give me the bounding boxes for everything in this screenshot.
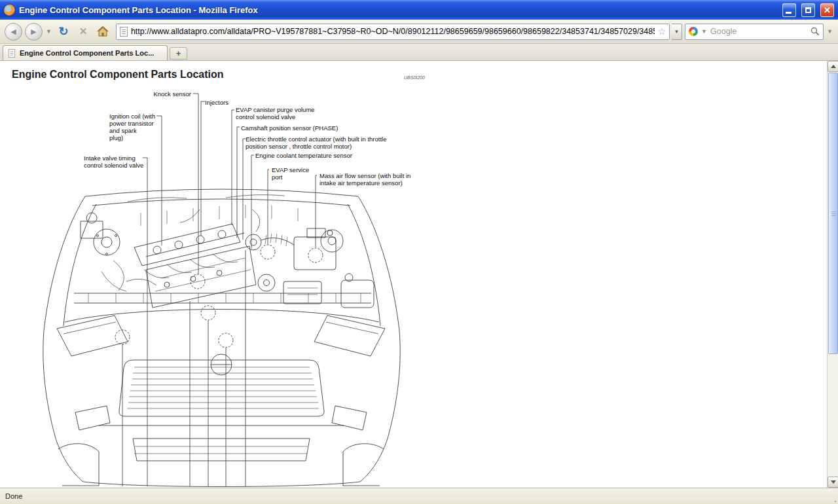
engine-diagram <box>36 85 442 488</box>
bookmark-star-icon[interactable]: ☆ <box>658 27 666 36</box>
navigation-toolbar: ◀ ▶ ▼ ↻ ✕ ☆ ▼ ▼ ▼ <box>0 20 838 44</box>
home-button[interactable] <box>94 23 111 40</box>
history-dropdown-icon[interactable]: ▼ <box>45 28 52 35</box>
browser-window: Engine Control Component Parts Location … <box>0 0 838 504</box>
vertical-scrollbar[interactable] <box>827 61 838 488</box>
close-button[interactable]: ✕ <box>820 3 834 17</box>
reload-button[interactable]: ↻ <box>55 23 72 40</box>
back-arrow-icon: ◀ <box>10 28 16 35</box>
window-title: Engine Control Component Parts Location … <box>19 5 777 15</box>
search-engine-dropdown-icon[interactable]: ▼ <box>701 28 708 35</box>
resize-grip[interactable] <box>835 501 836 502</box>
search-input[interactable] <box>710 27 808 36</box>
figure-code: UBS0I200 <box>404 75 425 80</box>
reload-icon: ↻ <box>58 26 68 37</box>
tab-engine-control-parts[interactable]: Engine Control Component Parts Loc... <box>3 45 168 60</box>
firefox-icon <box>4 5 15 16</box>
toolbar-overflow-icon[interactable]: ▼ <box>826 28 833 35</box>
page-content: Engine Control Component Parts Location … <box>0 61 838 488</box>
maximize-icon <box>805 7 811 13</box>
forward-button[interactable]: ▶ <box>25 23 43 41</box>
page-title: Engine Control Component Parts Location <box>12 69 224 81</box>
stop-icon: ✕ <box>79 26 88 37</box>
url-input[interactable] <box>131 27 655 36</box>
minimize-button[interactable] <box>782 3 796 17</box>
minimize-icon <box>786 12 792 14</box>
search-box: ▼ <box>685 24 824 40</box>
tab-label: Engine Control Component Parts Loc... <box>20 49 154 57</box>
scroll-down-icon <box>831 480 836 484</box>
scroll-up-icon <box>831 65 836 68</box>
scroll-down-button[interactable] <box>828 477 838 488</box>
stop-button[interactable]: ✕ <box>75 23 92 40</box>
google-logo-icon <box>689 27 698 36</box>
url-bar: ☆ <box>116 24 670 40</box>
status-text: Done <box>5 492 22 500</box>
maximize-button[interactable] <box>801 3 815 17</box>
url-dropdown-button[interactable]: ▼ <box>672 24 682 40</box>
new-tab-button[interactable]: + <box>170 47 187 60</box>
status-bar: Done <box>0 488 838 504</box>
tab-favicon <box>9 49 15 58</box>
close-icon: ✕ <box>824 6 831 14</box>
search-magnifier-icon[interactable] <box>811 27 820 36</box>
home-icon <box>97 26 109 37</box>
titlebar: Engine Control Component Parts Location … <box>0 0 838 20</box>
forward-arrow-icon: ▶ <box>31 28 36 35</box>
tab-strip: Engine Control Component Parts Loc... + <box>0 44 838 61</box>
back-button[interactable]: ◀ <box>5 23 22 41</box>
scrollbar-thumb[interactable] <box>828 73 838 354</box>
page-icon <box>120 27 128 37</box>
scroll-up-button[interactable] <box>828 61 838 72</box>
